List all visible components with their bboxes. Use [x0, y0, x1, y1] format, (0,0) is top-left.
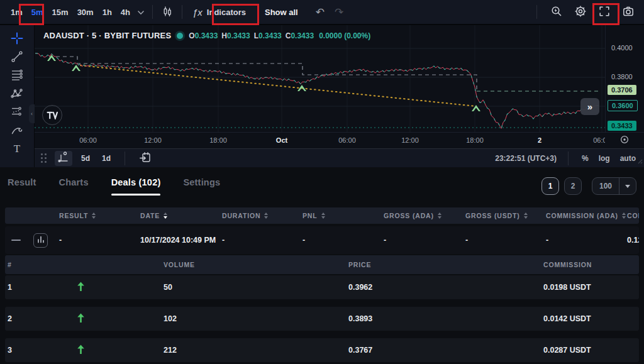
trend-line-tool-button[interactable]	[5, 48, 29, 67]
order-price: 0.3962	[348, 283, 543, 292]
screenshot-button[interactable]	[619, 3, 638, 21]
quick-actions-button[interactable]	[547, 3, 566, 21]
collapse-minus-icon[interactable]	[11, 240, 21, 241]
auto-scale-button[interactable]: auto	[618, 152, 638, 165]
undo-button[interactable]: ↶	[311, 3, 330, 21]
column-header-commission-ada[interactable]: COMMISSION (ADA)	[546, 212, 627, 219]
order-price: 0.3893	[348, 314, 543, 323]
chevron-down-icon	[138, 8, 144, 17]
indicators-button[interactable]: ƒx Indicators	[187, 3, 251, 21]
column-label: DATE	[140, 212, 160, 219]
measure-axis-button[interactable]	[55, 151, 72, 166]
interval-15m-button[interactable]: 15m	[48, 3, 73, 22]
strategy-panel: Result Charts Deals (102) Settings 1 2 1…	[0, 167, 644, 363]
trading-terminal: 1m 5m 15m 30m 1h 4h ƒx Indicators Show a…	[0, 0, 644, 364]
time-axis[interactable]: 06:00 12:00 18:00 Oct 06:00 12:00 18:00 …	[35, 132, 644, 148]
footer-divider	[568, 152, 569, 165]
time-tick-month: Oct	[276, 136, 287, 144]
chart-plot[interactable]: ADAUSDT · 5 · BYBIT FUTURES O0.3433 H0.3…	[35, 25, 605, 132]
toolbar-collapse-handle[interactable]: ‹	[29, 104, 35, 123]
scroll-right-button[interactable]: »	[580, 98, 599, 115]
tab-result[interactable]: Result	[8, 177, 36, 196]
axis-settings-corner[interactable]	[605, 133, 644, 148]
redo-button[interactable]: ↷	[330, 3, 348, 21]
order-row[interactable]: 1 50 0.3962 0.0198 USDT	[5, 275, 639, 299]
order-volume: 50	[164, 283, 348, 292]
column-label: GROSS (USDT)	[465, 212, 520, 219]
low-value: 0.3433	[258, 31, 282, 40]
deal-date: 10/17/2024 10:49 PM	[140, 236, 222, 245]
percent-scale-button[interactable]: %	[580, 152, 591, 165]
deal-row[interactable]: - 10/17/2024 10:49 PM - - - - - 0.12	[5, 226, 639, 254]
column-header-duration[interactable]: DURATION	[222, 212, 303, 219]
projection-tool-button[interactable]	[5, 103, 29, 121]
price-axis[interactable]: 0.4000 0.3800 0.3706 0.3600 0.3433	[605, 25, 644, 132]
show-on-chart-button[interactable]	[33, 233, 48, 248]
column-label: RESULT	[59, 212, 88, 219]
tab-charts[interactable]: Charts	[59, 177, 89, 196]
price-badge-upper: 0.3706	[608, 85, 636, 95]
column-label: GROSS (ADA)	[384, 212, 434, 219]
tab-settings[interactable]: Settings	[183, 177, 220, 196]
brush-tool-button[interactable]	[5, 121, 29, 140]
column-label: COMMISSION (ADA)	[546, 212, 618, 219]
tab-deals[interactable]: Deals (102)	[111, 177, 161, 196]
target-icon	[619, 135, 630, 147]
column-header-result[interactable]: RESULT	[59, 212, 140, 219]
order-row[interactable]: 2 102 0.3893 0.0142 USDT	[5, 307, 639, 331]
show-all-button[interactable]: Show all	[258, 3, 304, 22]
interval-5m-button[interactable]: 5m	[27, 3, 48, 22]
measure-axis-icon	[57, 151, 70, 165]
drag-handle[interactable]	[41, 153, 47, 163]
chart-legend[interactable]: ADAUSDT · 5 · BYBIT FUTURES O0.3433 H0.3…	[43, 31, 370, 40]
deal-gross-usdt: -	[465, 236, 546, 245]
interval-4h-button[interactable]: 4h	[116, 3, 135, 22]
column-header-volume: VOLUME	[164, 261, 348, 268]
toolbar-divider	[182, 5, 182, 19]
chart-footer-toolbar: 5d 1d 23:22:51 (UTC+3) % log auto	[35, 148, 644, 167]
column-header-commission-usdt[interactable]: COMMISSION (USDT)	[627, 212, 639, 219]
interval-30m-button[interactable]: 30m	[73, 3, 98, 22]
order-commission: 0.0287 USDT	[543, 346, 639, 355]
text-tool-button[interactable]: T	[5, 140, 29, 158]
candle-style-button[interactable]	[158, 3, 177, 21]
order-num: 1	[8, 283, 77, 292]
column-header-num: #	[8, 261, 77, 268]
log-scale-button[interactable]: log	[597, 152, 612, 165]
caret-down-icon	[619, 178, 636, 194]
tradingview-logo[interactable]	[42, 105, 62, 125]
settings-button[interactable]	[571, 3, 590, 21]
page-2-button[interactable]: 2	[564, 177, 582, 195]
xabcd-pattern-tool-button[interactable]	[5, 85, 29, 103]
orders-table-header: # VOLUME PRICE COMMISSION	[5, 255, 639, 274]
fib-retracement-icon	[10, 68, 24, 84]
panel-tabs: Result Charts Deals (102) Settings 1 2 1…	[0, 167, 644, 196]
sort-icon	[92, 212, 96, 219]
go-to-date-button[interactable]	[136, 149, 155, 168]
xabcd-pattern-icon	[10, 86, 24, 102]
order-row[interactable]: 3 212 0.3767 0.0287 USDT	[5, 338, 639, 362]
page-1-button[interactable]: 1	[541, 177, 559, 195]
order-commission: 0.0198 USDT	[543, 283, 639, 292]
interval-1m-button[interactable]: 1m	[6, 3, 27, 22]
high-label: H	[221, 31, 227, 40]
column-header-pnl[interactable]: PNL	[303, 212, 384, 219]
step-entry-line	[49, 57, 599, 91]
interval-menu-button[interactable]	[135, 4, 147, 21]
fib-retracement-tool-button[interactable]	[5, 67, 29, 85]
column-header-date[interactable]: DATE	[140, 212, 222, 219]
page-size-select[interactable]: 100	[592, 177, 636, 195]
range-1d-button[interactable]: 1d	[99, 151, 114, 166]
interval-1h-button[interactable]: 1h	[98, 3, 116, 22]
crosshair-icon	[10, 31, 24, 47]
crosshair-tool-button[interactable]	[5, 30, 29, 48]
column-header-gross-usdt[interactable]: GROSS (USDT)	[465, 212, 546, 219]
sort-icon	[524, 212, 528, 219]
fullscreen-button[interactable]	[595, 3, 614, 21]
deal-pnl: -	[303, 236, 384, 245]
resize-handle[interactable]	[636, 155, 643, 167]
clock-timezone[interactable]: 23:22:51 (UTC+3)	[495, 154, 557, 163]
column-header-gross-ada[interactable]: GROSS (ADA)	[384, 212, 465, 219]
range-5d-button[interactable]: 5d	[78, 151, 93, 166]
price-badge-last: 0.3433	[608, 121, 636, 131]
